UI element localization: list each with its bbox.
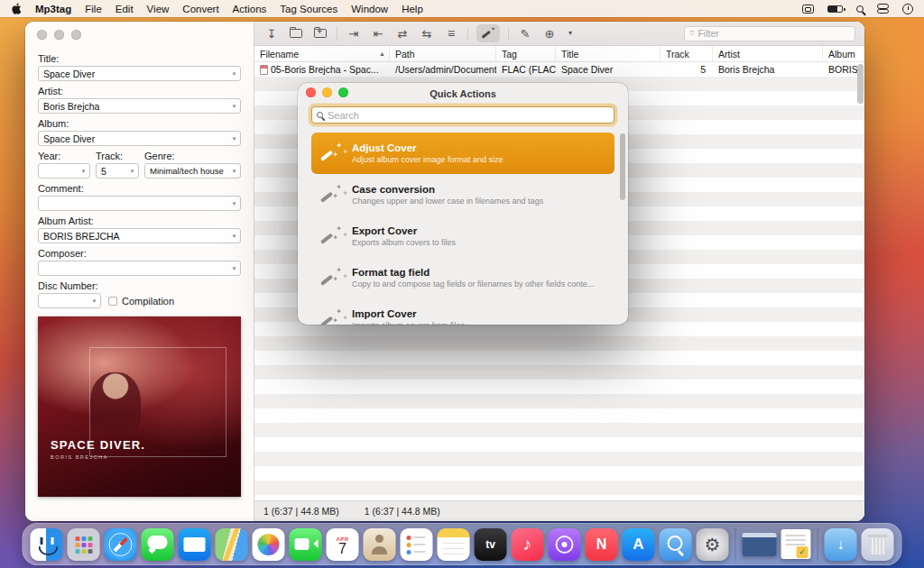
open-folder-icon[interactable] [288, 24, 304, 42]
title-combobox[interactable]: Space Diver▾ [38, 66, 241, 81]
dock-facetime-icon[interactable] [290, 528, 322, 561]
dock-maps-icon[interactable] [216, 528, 248, 561]
dock-contacts-icon[interactable] [364, 528, 396, 561]
dock-downloads-icon[interactable]: ↓ [825, 528, 857, 561]
convert-tag-filename-icon[interactable] [346, 24, 362, 42]
dock-mail-icon[interactable] [179, 528, 211, 561]
comment-combobox[interactable]: ▾ [38, 196, 241, 211]
column-header-album[interactable]: Album [823, 46, 864, 61]
dock-messages-icon[interactable] [142, 528, 174, 561]
artist-combobox[interactable]: Boris Brejcha▾ [38, 98, 241, 114]
menu-view[interactable]: View [147, 4, 170, 14]
action-case-conversion[interactable]: Case conversion Changes upper and lower … [311, 174, 614, 215]
chevron-down-icon: ▾ [228, 135, 240, 142]
dock-podcasts-icon[interactable] [549, 528, 581, 561]
dock-finder-icon[interactable] [31, 528, 63, 561]
title-label: Title: [38, 53, 241, 64]
magic-wand-icon [319, 307, 344, 325]
dock-notes-icon[interactable] [438, 528, 470, 561]
spotlight-search-icon[interactable] [856, 5, 864, 13]
chevron-down-icon: ▾ [228, 233, 240, 240]
dock-safari-icon[interactable] [105, 528, 137, 561]
scrollbar-thumb[interactable] [857, 64, 864, 104]
action-import-cover[interactable]: Import Cover Imports album covers from f… [311, 298, 614, 325]
column-header-artist[interactable]: Artist [713, 46, 823, 61]
dock-tv-icon[interactable]: tv [475, 528, 507, 561]
track-combobox[interactable]: 5▾ [96, 163, 139, 179]
clock-icon[interactable] [902, 4, 913, 14]
dock-trash-icon[interactable] [862, 528, 894, 561]
menu-tag-sources[interactable]: Tag Sources [280, 4, 337, 14]
album-artist-combobox[interactable]: BORIS BREJCHA▾ [38, 228, 241, 243]
year-combobox[interactable]: ▾ [38, 163, 90, 179]
comment-label: Comment: [38, 183, 241, 194]
edit-tag-icon[interactable] [517, 24, 533, 42]
chevron-down-icon: ▾ [88, 298, 100, 305]
album-combobox[interactable]: Space Diver▾ [38, 131, 241, 146]
column-header-filename[interactable]: Filename▲ [254, 46, 390, 61]
menu-edit[interactable]: Edit [116, 4, 134, 14]
dialog-scrollbar-thumb[interactable] [620, 133, 625, 200]
column-header-path[interactable]: Path [390, 46, 496, 61]
composer-combobox[interactable]: ▾ [38, 261, 241, 276]
action-format-tag-field[interactable]: Format tag field Copy to and compose tag… [311, 257, 614, 298]
menu-convert[interactable]: Convert [182, 4, 218, 14]
action-adjust-cover[interactable]: Adjust Cover Adjust album cover image fo… [311, 133, 614, 174]
convert-text-file-icon[interactable] [419, 24, 435, 42]
tag-sources-chevron-icon[interactable] [566, 24, 575, 42]
genre-combobox[interactable]: Minimal/tech house▾ [144, 163, 241, 179]
dock-preview-icon[interactable] [660, 528, 692, 561]
menu-window[interactable]: Window [351, 4, 388, 14]
window-controls [37, 30, 81, 40]
add-directory-icon[interactable] [312, 24, 328, 42]
table-row[interactable]: 05-Boris Brejcha - Spac... /Users/admin/… [254, 62, 864, 77]
tracklist-icon[interactable] [443, 24, 459, 42]
close-window-button[interactable] [37, 30, 47, 40]
menu-help[interactable]: Help [402, 4, 423, 14]
menu-app-name[interactable]: Mp3tag [35, 4, 71, 14]
dock-news-icon[interactable]: N [586, 528, 618, 561]
dialog-minimize-button[interactable] [322, 87, 332, 97]
vertical-scrollbar[interactable] [857, 64, 864, 499]
search-input[interactable] [328, 110, 609, 121]
album-cover-art[interactable]: SPACE DIVER. BORIS BREJCHA [38, 316, 241, 497]
column-header-title[interactable]: Title [556, 46, 661, 61]
battery-icon[interactable] [827, 5, 843, 13]
screen-mirroring-icon[interactable] [802, 5, 814, 14]
column-header-tag[interactable]: Tag [496, 46, 556, 61]
dialog-close-button[interactable] [306, 87, 316, 97]
magic-wand-icon [319, 224, 344, 249]
filter-field[interactable]: ▽ [684, 26, 855, 41]
tag-sources-icon[interactable] [541, 24, 558, 42]
zoom-window-button[interactable] [71, 30, 81, 40]
control-center-icon[interactable] [877, 4, 889, 14]
dock-launchpad-icon[interactable] [68, 528, 100, 561]
dock-minimized-window-1[interactable] [743, 533, 777, 556]
filter-input[interactable] [698, 28, 850, 39]
dock-reminders-icon[interactable] [401, 528, 433, 561]
compilation-checkbox[interactable] [108, 297, 117, 306]
dock-photos-icon[interactable] [253, 528, 285, 561]
dock-appstore-icon[interactable]: A [623, 528, 655, 561]
save-tag-icon[interactable] [263, 24, 280, 42]
apple-menu-icon[interactable] [11, 3, 22, 14]
dialog-title: Quick Actions [430, 86, 496, 99]
minimize-window-button[interactable] [54, 30, 64, 40]
convert-filename-tag-icon[interactable] [370, 24, 386, 42]
quick-actions-icon[interactable] [476, 24, 500, 42]
dialog-zoom-button[interactable] [338, 87, 348, 97]
chevron-down-icon: ▾ [228, 70, 240, 78]
menu-actions[interactable]: Actions [233, 4, 267, 14]
quick-actions-search-field[interactable] [311, 106, 614, 124]
action-export-cover[interactable]: Export Cover Exports album covers to fil… [311, 215, 614, 257]
menu-file[interactable]: File [85, 4, 102, 14]
sort-ascending-icon: ▲ [379, 50, 385, 57]
dock-system-preferences-icon[interactable]: ⚙ [697, 528, 729, 561]
convert-filename-filename-icon[interactable] [394, 24, 411, 42]
magic-wand-icon [319, 182, 344, 207]
dock-calendar-icon[interactable]: APR 7 [327, 528, 359, 561]
dock-minimized-window-2[interactable] [781, 529, 811, 559]
column-header-track[interactable]: Track [661, 46, 713, 61]
disc-number-combobox[interactable]: ▾ [38, 293, 101, 308]
dock-music-icon[interactable]: ♪ [512, 528, 544, 561]
